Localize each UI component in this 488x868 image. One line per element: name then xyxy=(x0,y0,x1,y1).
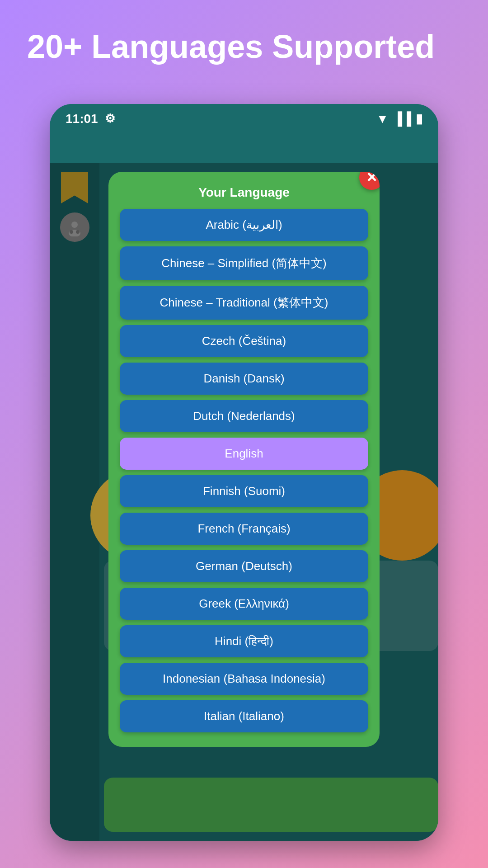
lang-french[interactable]: French (Français) xyxy=(120,513,368,545)
lang-hindi[interactable]: Hindi (हिन्दी) xyxy=(120,625,368,657)
lang-german[interactable]: German (Deutsch) xyxy=(120,550,368,582)
lang-chinese-simplified[interactable]: Chinese – Simplified (简体中文) xyxy=(120,246,368,280)
lang-english[interactable]: English xyxy=(120,438,368,470)
lang-arabic[interactable]: Arabic (العربية) xyxy=(120,209,368,241)
dialog-overlay: ✕ Your Language Arabic (العربية) Chinese… xyxy=(50,163,438,841)
battery-icon: ▮ xyxy=(416,111,422,126)
lang-indonesian[interactable]: Indonesian (Bahasa Indonesia) xyxy=(120,663,368,695)
phone-frame: 11:01 ⚙ ▼ ▐▐ ▮ xyxy=(50,104,438,841)
status-bar: 11:01 ⚙ ▼ ▐▐ ▮ xyxy=(50,104,438,133)
lang-finnish[interactable]: Finnish (Suomi) xyxy=(120,475,368,507)
status-time: 11:01 xyxy=(66,112,98,126)
lang-chinese-traditional[interactable]: Chinese – Traditional (繁体中文) xyxy=(120,286,368,320)
wifi-icon: ▼ xyxy=(376,112,389,126)
signal-icon: ▐▐ xyxy=(393,112,411,126)
lang-dutch[interactable]: Dutch (Nederlands) xyxy=(120,400,368,432)
lang-czech[interactable]: Czech (Čeština) xyxy=(120,325,368,357)
gear-icon: ⚙ xyxy=(105,112,115,126)
page-title: 20+ Languages Supported xyxy=(27,27,461,66)
dialog-title: Your Language xyxy=(120,185,368,200)
lang-danish[interactable]: Danish (Dansk) xyxy=(120,363,368,395)
lang-italian[interactable]: Italian (Italiano) xyxy=(120,700,368,732)
lang-greek[interactable]: Greek (Ελληνικά) xyxy=(120,588,368,620)
language-dialog: ✕ Your Language Arabic (العربية) Chinese… xyxy=(108,172,380,747)
app-background: Lea... Inva... ✕ Your Language Arabic (ا… xyxy=(50,133,438,841)
